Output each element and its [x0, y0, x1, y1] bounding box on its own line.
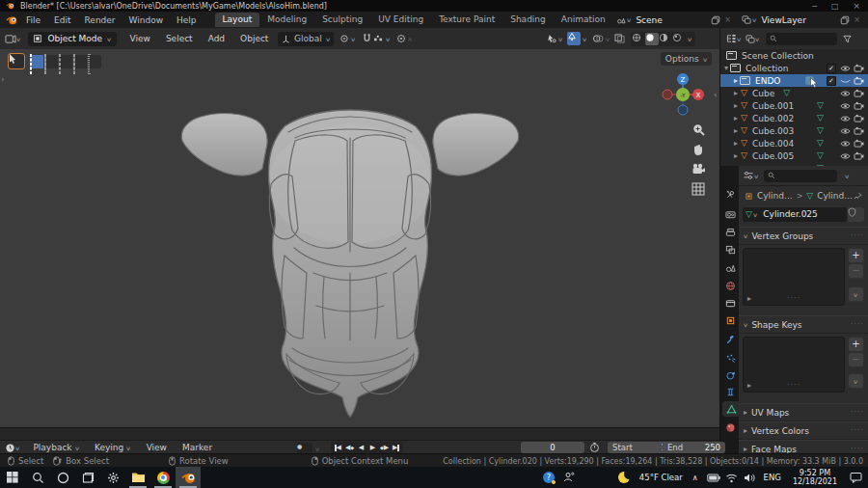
select-mode-intersect-button[interactable]: [88, 55, 101, 68]
tab-material-icon[interactable]: [722, 420, 738, 435]
disclosure-open-icon[interactable]: ▾: [724, 64, 728, 72]
list-resize-grip[interactable]: ····: [787, 381, 800, 390]
gizmo-toggle[interactable]: ∨: [567, 32, 586, 45]
shape-key-add-button[interactable]: +: [848, 337, 864, 352]
outliner-row-cube[interactable]: ▸ ▽ Cube ▽: [720, 87, 868, 99]
fake-user-shield-icon[interactable]: [848, 207, 864, 222]
tweak-tool-button[interactable]: [8, 53, 25, 69]
clock[interactable]: 9:52 PM 12/18/2021: [787, 469, 843, 486]
outliner-row-collection[interactable]: ▾ Collection ✓: [720, 62, 868, 74]
tray-overflow-chevron[interactable]: ∧: [687, 474, 704, 482]
properties-editor-chevron[interactable]: ∨: [753, 173, 759, 179]
weather-text[interactable]: 45°F Clear: [639, 473, 683, 482]
sidebar-expand-icon[interactable]: ‹: [714, 90, 718, 99]
tab-object-icon[interactable]: [722, 312, 738, 328]
collection-checkbox[interactable]: ✓: [827, 64, 836, 73]
pan-hand-icon[interactable]: [692, 143, 705, 156]
proportional-edit-toggle[interactable]: ∧: [396, 34, 412, 43]
outliner-row-cube-001[interactable]: ▸ ▽ Cube.001 ▽: [720, 99, 868, 112]
shape-key-specials-button[interactable]: ∨: [848, 373, 864, 389]
tab-uv-editing[interactable]: UV Editing: [370, 13, 431, 27]
tab-physics-icon[interactable]: [722, 367, 738, 383]
camera-render-icon[interactable]: [854, 139, 864, 148]
shading-material-button[interactable]: [659, 33, 672, 45]
use-preview-range-icon[interactable]: [589, 442, 600, 453]
action-center-icon[interactable]: [843, 467, 868, 488]
properties-search-input[interactable]: [764, 170, 837, 182]
shading-wireframe-button[interactable]: [632, 33, 645, 45]
scene-name[interactable]: Scene: [636, 15, 662, 25]
shading-rendered-button[interactable]: [672, 33, 686, 45]
overlays-toggle[interactable]: ∨: [592, 34, 610, 43]
pivot-selector[interactable]: ∨: [339, 34, 355, 43]
vertex-group-add-button[interactable]: +: [848, 248, 864, 263]
next-keyframe-button[interactable]: ◆▶: [379, 443, 390, 452]
timeline-menu-marker[interactable]: Marker: [175, 443, 220, 452]
xray-toggle[interactable]: [614, 34, 625, 43]
file-explorer-button[interactable]: [125, 467, 150, 488]
battery-icon[interactable]: [704, 467, 723, 488]
viewport-menu-add[interactable]: Add: [201, 34, 232, 43]
vertex-group-remove-button[interactable]: −: [848, 263, 864, 279]
tab-view-layer-icon[interactable]: [722, 242, 738, 258]
close-button[interactable]: ×: [845, 1, 868, 11]
mesh-name-field[interactable]: ▽ ∨ Cylinder.025: [743, 207, 847, 222]
remove-view-layer-icon[interactable]: ×: [850, 15, 864, 24]
tab-animation[interactable]: Animation: [554, 13, 613, 27]
camera-view-icon[interactable]: [692, 163, 706, 175]
select-mode-subtract-button[interactable]: [59, 55, 72, 68]
mesh-browse-chevron[interactable]: ∨: [752, 211, 758, 218]
panel-vertex-groups-header[interactable]: ∨ Vertex Groups ····: [739, 227, 868, 245]
panel-grip-icon[interactable]: ····: [851, 445, 864, 453]
menu-render[interactable]: Render: [78, 15, 122, 25]
disclosure-closed-icon[interactable]: ▸: [734, 89, 738, 97]
chrome-button[interactable]: [150, 467, 176, 488]
disclosure-closed-icon[interactable]: ▸: [734, 139, 738, 148]
ortho-grid-icon[interactable]: [692, 182, 705, 196]
eye-icon[interactable]: [840, 127, 851, 135]
view-layer-selector[interactable]: ∨ ViewLayer ×: [739, 14, 864, 26]
vertex-group-specials-button[interactable]: ∨: [848, 286, 864, 302]
tray-people-icon[interactable]: [558, 467, 580, 488]
select-mode-extend-button[interactable]: [44, 55, 58, 68]
options-button[interactable]: Options ∨: [661, 52, 712, 66]
panel-uv-maps-header[interactable]: ▸ UV Maps ····: [739, 403, 868, 421]
panel-shape-keys-header[interactable]: ∨ Shape Keys ····: [739, 315, 868, 334]
play-reverse-button[interactable]: ◀: [356, 443, 366, 452]
scene-dropdown-icon[interactable]: ∨: [626, 16, 632, 23]
list-expand-icon[interactable]: ▸: [747, 294, 751, 303]
eye-closed-icon[interactable]: [840, 77, 851, 85]
eye-icon[interactable]: [840, 140, 851, 148]
disclosure-closed-icon[interactable]: ▸: [734, 151, 738, 160]
disclosure-closed-icon[interactable]: ▸: [734, 76, 738, 85]
timeline-editor-chevron[interactable]: ∨: [14, 445, 20, 451]
jump-start-button[interactable]: ◀: [333, 443, 343, 452]
select-mode-new-button[interactable]: [30, 55, 43, 68]
menu-file[interactable]: File: [19, 15, 47, 25]
timeline-track[interactable]: [0, 427, 719, 441]
viewport-3d[interactable]: › ‹ Options ∨ Z X -Y: [0, 49, 719, 427]
menu-edit[interactable]: Edit: [47, 15, 77, 25]
wifi-icon[interactable]: [723, 467, 741, 488]
camera-render-icon[interactable]: [854, 76, 864, 85]
select-mode-invert-button[interactable]: [73, 55, 87, 68]
minimize-button[interactable]: −: [804, 2, 825, 11]
tab-output-icon[interactable]: [722, 225, 738, 240]
outliner-row-scene-collection[interactable]: Scene Collection: [720, 49, 868, 62]
tab-modifiers-icon[interactable]: [722, 332, 738, 347]
disclosure-closed-icon[interactable]: ▸: [734, 101, 738, 110]
tab-particles-icon[interactable]: [722, 350, 738, 366]
camera-render-icon[interactable]: [854, 64, 864, 72]
current-frame-field[interactable]: 0: [521, 442, 584, 453]
frame-end-field[interactable]: End250: [663, 442, 725, 453]
tab-modeling[interactable]: Modeling: [259, 13, 314, 27]
tab-world-icon[interactable]: [722, 278, 738, 293]
outliner-search-input[interactable]: [766, 33, 837, 45]
menu-window[interactable]: Window: [122, 15, 171, 25]
outliner-row-cube-004[interactable]: ▸ ▽ Cube.004 ▽: [720, 137, 868, 149]
orientation-selector[interactable]: Global ∨: [278, 32, 334, 46]
viewport-menu-view[interactable]: View: [122, 34, 158, 43]
weather-moon-icon[interactable]: [612, 467, 636, 488]
camera-render-icon[interactable]: [854, 114, 864, 122]
tab-object-data-icon[interactable]: [722, 401, 740, 417]
